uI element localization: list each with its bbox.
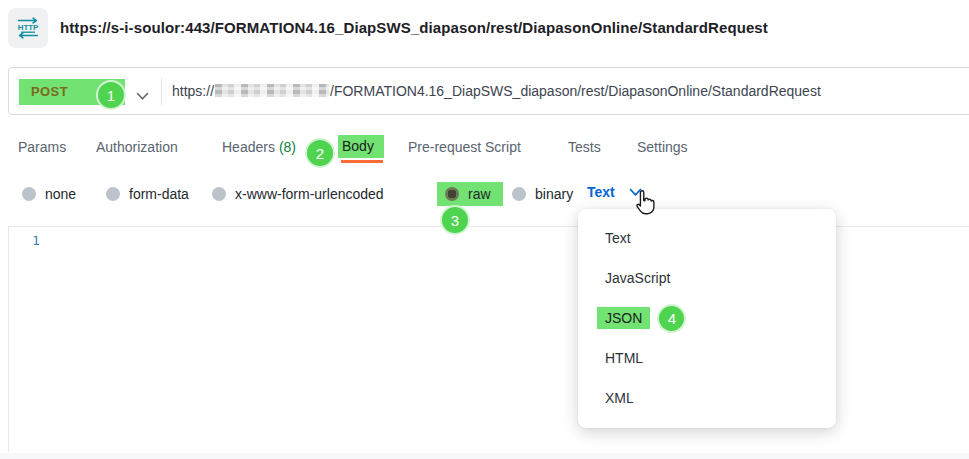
hand-cursor-icon [632, 189, 658, 221]
format-selector-value: Text [587, 184, 615, 200]
menu-item-json[interactable]: JSON 4 [578, 298, 836, 338]
mode-binary[interactable]: binary [512, 186, 573, 202]
tab-params[interactable]: Params [18, 139, 66, 155]
url-suffix: /FORMATION4.16_DiapSWS_diapason/rest/Dia… [330, 83, 821, 99]
annotation-step-2: 2 [305, 138, 335, 168]
radio-icon [106, 187, 120, 201]
tab-authorization[interactable]: Authorization [96, 139, 178, 155]
tab-pre-request-script[interactable]: Pre-request Script [408, 139, 521, 155]
divider [161, 78, 162, 105]
svg-text:HTTP: HTTP [18, 23, 39, 32]
menu-item-xml[interactable]: XML [578, 378, 836, 418]
postman-request-view: HTTP https://s-i-soulor:443/FORMATION4.1… [0, 0, 969, 459]
menu-item-text[interactable]: Text [578, 218, 836, 258]
redacted-url-segment [215, 84, 329, 97]
menu-item-javascript[interactable]: JavaScript [578, 258, 836, 298]
mode-x-www-form-urlencoded[interactable]: x-www-form-urlencoded [212, 186, 384, 202]
editor-line-number: 1 [32, 233, 40, 248]
mode-urlencoded-label: x-www-form-urlencoded [235, 186, 384, 202]
menu-item-html-label: HTML [605, 350, 643, 366]
mode-raw[interactable]: raw [437, 182, 503, 206]
menu-item-xml-label: XML [605, 390, 634, 406]
mode-form-data-label: form-data [129, 186, 189, 202]
menu-item-json-label: JSON [597, 307, 650, 329]
active-tab-underline [341, 160, 383, 163]
menu-item-html[interactable]: HTML [578, 338, 836, 378]
radio-icon [22, 187, 36, 201]
request-url-bar: POST https:///FORMATION4.16_DiapSWS_diap… [8, 67, 969, 115]
tab-headers-label: Headers [222, 139, 275, 155]
tab-headers[interactable]: Headers(8) [222, 139, 296, 155]
tab-body-label: Body [342, 138, 374, 154]
request-title: https://s-i-soulor:443/FORMATION4.16_Dia… [60, 19, 768, 36]
chevron-down-icon [136, 87, 149, 105]
annotation-step-1: 1 [96, 80, 126, 110]
url-input[interactable]: https:///FORMATION4.16_DiapSWS_diapason/… [172, 68, 821, 114]
tab-settings[interactable]: Settings [637, 139, 688, 155]
tab-body[interactable]: Body [338, 135, 384, 158]
section-divider [0, 453, 969, 459]
mode-form-data[interactable]: form-data [106, 186, 189, 202]
mode-none-label: none [45, 186, 76, 202]
menu-item-text-label: Text [605, 230, 631, 246]
headers-count: (8) [279, 139, 296, 155]
url-prefix: https:// [172, 83, 214, 99]
format-dropdown-menu: Text JavaScript JSON 4 HTML XML [578, 209, 836, 428]
radio-icon [512, 187, 526, 201]
mode-none[interactable]: none [22, 186, 76, 202]
annotation-step-4: 4 [657, 304, 686, 333]
mode-raw-label: raw [468, 186, 491, 202]
tab-tests[interactable]: Tests [568, 139, 601, 155]
annotation-step-3: 3 [440, 205, 470, 235]
mode-binary-label: binary [535, 186, 573, 202]
http-request-icon: HTTP [8, 8, 48, 48]
radio-icon [212, 187, 226, 201]
menu-item-javascript-label: JavaScript [605, 270, 670, 286]
radio-selected-icon [445, 187, 459, 201]
method-label: POST [31, 79, 68, 105]
